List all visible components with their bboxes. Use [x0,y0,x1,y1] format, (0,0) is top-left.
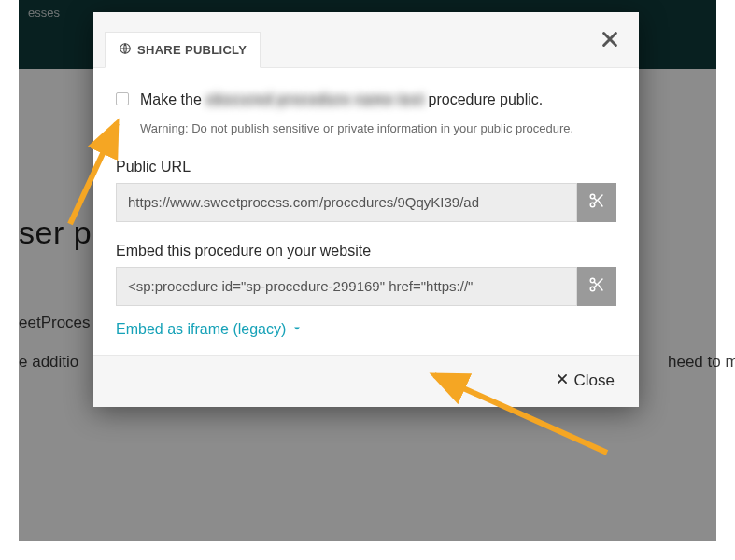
modal-tabbar: SHARE PUBLICLY [93,12,639,68]
copy-public-url-button[interactable] [577,183,616,222]
public-url-label: Public URL [116,159,616,175]
modal-footer: Close [93,355,639,407]
warning-text: Warning: Do not publish sensitive or pri… [140,119,573,138]
legacy-link-text: Embed as iframe (legacy) [116,321,286,338]
globe-icon [119,42,132,58]
embed-label: Embed this procedure on your website [116,243,616,259]
label-suffix: procedure public. [429,91,544,107]
procedure-name-blurred: obscured procedure name text [205,89,424,110]
tab-label: SHARE PUBLICLY [137,43,247,57]
tab-share-publicly[interactable]: SHARE PUBLICLY [105,32,261,68]
footer-close-label: Close [574,371,615,390]
close-icon [556,371,569,390]
caret-down-icon [291,321,303,338]
make-public-label: Make the obscured procedure name text pr… [140,89,573,138]
scissors-icon [588,276,605,297]
modal-close-button[interactable] [600,29,622,51]
embed-iframe-legacy-link[interactable]: Embed as iframe (legacy) [116,321,303,338]
public-url-input[interactable] [116,183,577,222]
embed-code-input[interactable] [116,267,577,306]
label-prefix: Make the [140,91,205,107]
make-public-checkbox[interactable] [116,92,129,105]
share-publicly-modal: SHARE PUBLICLY Make the obscured procedu… [93,12,639,407]
modal-body: Make the obscured procedure name text pr… [93,68,639,355]
footer-close-button[interactable]: Close [556,371,615,390]
scissors-icon [588,192,605,213]
copy-embed-button[interactable] [577,267,616,306]
